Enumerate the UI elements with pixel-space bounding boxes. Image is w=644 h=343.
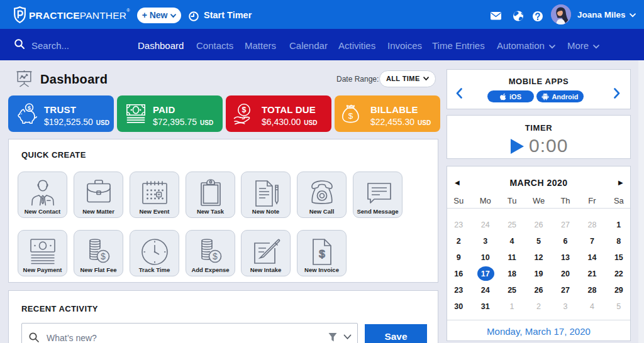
svg-text:$: $ xyxy=(242,106,247,114)
svg-text:$: $ xyxy=(319,248,325,260)
svg-text:$: $ xyxy=(213,251,218,261)
svg-text:$: $ xyxy=(28,104,31,111)
svg-text:$: $ xyxy=(101,251,106,261)
svg-text:$: $ xyxy=(348,111,353,121)
